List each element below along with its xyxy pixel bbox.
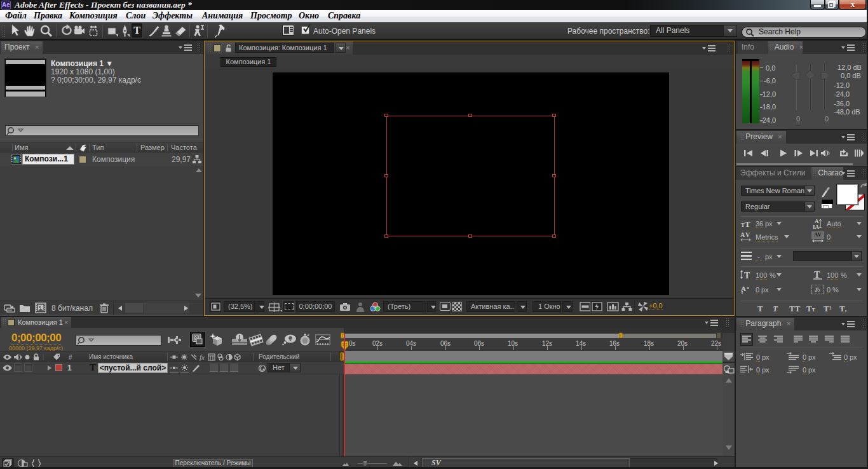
svg-text:T: T	[744, 271, 750, 280]
svg-text:fx: fx	[200, 353, 205, 361]
svg-text:IA: IA	[813, 224, 820, 229]
svg-text:T: T	[814, 270, 820, 280]
svg-text:a: a	[747, 285, 749, 290]
svg-text:V: V	[745, 231, 750, 238]
svg-text:A: A	[740, 231, 745, 238]
svg-text:A: A	[741, 285, 746, 292]
svg-text:#: #	[69, 354, 72, 361]
